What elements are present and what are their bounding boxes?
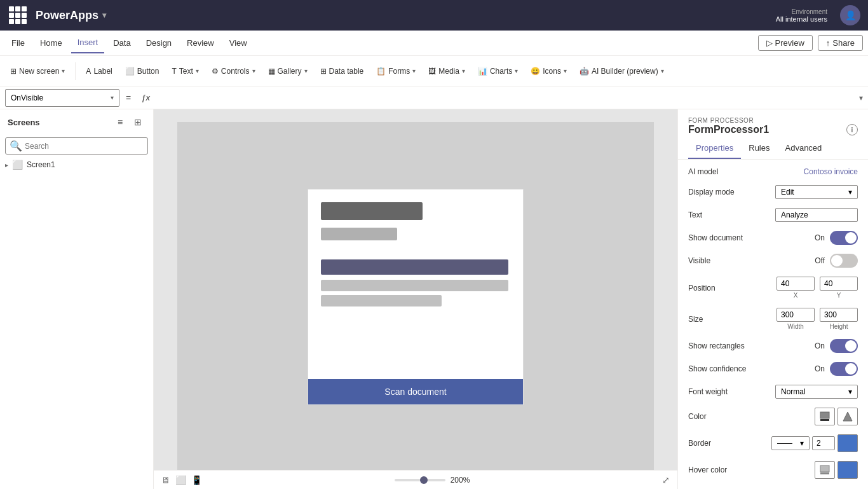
- list-view-button[interactable]: ≡: [112, 114, 128, 130]
- y-label: Y: [820, 292, 858, 299]
- controls-button[interactable]: ⚙ Controls ▾: [207, 64, 261, 78]
- show-confidence-state: On: [815, 364, 825, 373]
- waffle-icon: [9, 6, 27, 24]
- menu-review[interactable]: Review: [180, 33, 220, 53]
- tab-advanced[interactable]: Advanced: [778, 138, 830, 159]
- color-swatch-1[interactable]: [815, 408, 835, 425]
- svg-rect-2: [820, 465, 829, 472]
- show-confidence-toggle[interactable]: [830, 362, 858, 376]
- fp-row-1: [321, 202, 423, 220]
- mobile-view-icon[interactable]: 📱: [191, 475, 202, 485]
- show-document-toggle[interactable]: [830, 231, 858, 245]
- waffle-button[interactable]: [8, 5, 28, 25]
- desktop-view-icon[interactable]: 🖥: [161, 475, 170, 485]
- x-label: X: [776, 292, 815, 299]
- menu-design[interactable]: Design: [140, 33, 178, 53]
- ai-builder-icon: 🤖: [580, 67, 589, 76]
- border-style-line: ——: [777, 439, 792, 448]
- preview-button[interactable]: ▷ Preview: [758, 35, 813, 51]
- charts-button[interactable]: 📊 Charts ▾: [473, 64, 523, 78]
- menu-home[interactable]: Home: [34, 33, 69, 53]
- border-row: Border —— ▾: [688, 434, 858, 452]
- color-swatch-2[interactable]: [837, 408, 858, 425]
- visible-toggle[interactable]: [830, 254, 858, 268]
- border-width-input[interactable]: [812, 436, 835, 450]
- forms-button[interactable]: 📋 Forms ▾: [371, 64, 421, 78]
- show-document-state: On: [815, 233, 825, 242]
- show-rectangles-toggle[interactable]: [830, 339, 858, 353]
- user-avatar[interactable]: 👤: [840, 5, 860, 25]
- label-button[interactable]: A Label: [81, 64, 117, 78]
- search-box[interactable]: 🔍: [5, 137, 148, 155]
- menu-file[interactable]: File: [5, 33, 31, 53]
- search-input[interactable]: [25, 142, 144, 151]
- icons-button[interactable]: 😀 Icons ▾: [526, 64, 572, 78]
- visible-toggle-group: Off: [815, 254, 858, 268]
- position-x-input[interactable]: [776, 277, 815, 291]
- controls-chevron: ▾: [252, 67, 255, 74]
- menu-data[interactable]: Data: [107, 33, 137, 53]
- border-color-swatch[interactable]: [837, 434, 858, 452]
- display-mode-select[interactable]: Edit ▾: [775, 185, 858, 199]
- size-row: Size Width Height: [688, 308, 858, 330]
- fp-row-5: [321, 295, 442, 306]
- data-table-button[interactable]: ⊞ Data table: [315, 64, 369, 78]
- share-button[interactable]: ↑ Share: [818, 35, 863, 51]
- text-icon: T: [172, 67, 176, 76]
- hover-swatch-1[interactable]: [815, 461, 835, 479]
- main-layout: Screens ≡ ⊞ 🔍 ▸ ⬜ Screen1: [0, 109, 868, 489]
- text-input[interactable]: [775, 208, 858, 222]
- tab-properties[interactable]: Properties: [688, 138, 741, 159]
- media-icon: 🖼: [428, 67, 436, 76]
- formula-input[interactable]: [156, 89, 857, 107]
- property-dropdown[interactable]: OnVisible ▾: [5, 89, 119, 107]
- screen-item[interactable]: ▸ ⬜ Screen1: [0, 157, 153, 172]
- display-mode-label: Display mode: [688, 188, 735, 196]
- hover-color-icon-1: [819, 464, 831, 476]
- width-label: Width: [776, 323, 815, 330]
- menu-view[interactable]: View: [223, 33, 254, 53]
- grid-view-button[interactable]: ⊞: [130, 114, 146, 130]
- ai-builder-button[interactable]: 🤖 AI Builder (preview) ▾: [574, 64, 669, 78]
- display-mode-chevron: ▾: [848, 188, 852, 196]
- new-screen-button[interactable]: ⊞ New screen ▾: [5, 64, 70, 78]
- fp-content: [308, 189, 523, 379]
- tablet-view-icon[interactable]: ⬜: [175, 475, 186, 485]
- size-width-input[interactable]: [776, 308, 815, 322]
- gallery-button[interactable]: ▦ Gallery ▾: [263, 64, 313, 78]
- scan-document-button[interactable]: Scan document: [308, 379, 523, 404]
- position-x-group: X: [776, 277, 815, 299]
- info-icon[interactable]: i: [846, 124, 858, 135]
- tab-rules[interactable]: Rules: [741, 138, 777, 159]
- canvas-area[interactable]: Scan document 🖥 ⬜ 📱 200% ⤢: [154, 109, 677, 489]
- toolbar: ⊞ New screen ▾ A Label ⬜ Button T Text ▾…: [0, 56, 868, 86]
- forms-chevron: ▾: [412, 67, 416, 74]
- ai-model-row: AI model Contoso invoice: [688, 167, 858, 176]
- media-button[interactable]: 🖼 Media ▾: [423, 64, 470, 78]
- text-button[interactable]: T Text ▾: [166, 64, 203, 78]
- topbar: PowerApps ▾ Environment All internal use…: [0, 0, 868, 31]
- position-y-input[interactable]: [820, 277, 858, 291]
- border-style-chevron: ▾: [800, 439, 804, 448]
- color-label: Color: [688, 412, 707, 421]
- zoom-slider[interactable]: [395, 479, 445, 481]
- position-row: Position X Y: [688, 277, 858, 299]
- property-chevron: ▾: [111, 94, 114, 101]
- display-mode-row: Display mode Edit ▾: [688, 185, 858, 199]
- search-icon: 🔍: [10, 140, 22, 152]
- screens-header-icons: ≡ ⊞: [112, 114, 146, 130]
- canvas-inner: Scan document: [177, 122, 654, 472]
- hover-swatch-2[interactable]: [837, 461, 858, 479]
- size-height-input[interactable]: [820, 308, 858, 322]
- border-style-select[interactable]: —— ▾: [771, 436, 810, 450]
- title-chevron: ▾: [102, 11, 106, 20]
- show-document-label: Show document: [688, 233, 743, 242]
- menu-insert[interactable]: Insert: [71, 33, 105, 53]
- form-processor-widget: Scan document: [308, 189, 524, 405]
- formula-expand-icon[interactable]: ▾: [859, 93, 863, 102]
- data-table-icon: ⊞: [320, 67, 327, 76]
- font-weight-select[interactable]: Normal ▾: [775, 385, 858, 399]
- ai-model-value[interactable]: Contoso invoice: [804, 167, 858, 176]
- expand-canvas-icon[interactable]: ⤢: [662, 475, 670, 485]
- button-button[interactable]: ⬜ Button: [120, 64, 165, 78]
